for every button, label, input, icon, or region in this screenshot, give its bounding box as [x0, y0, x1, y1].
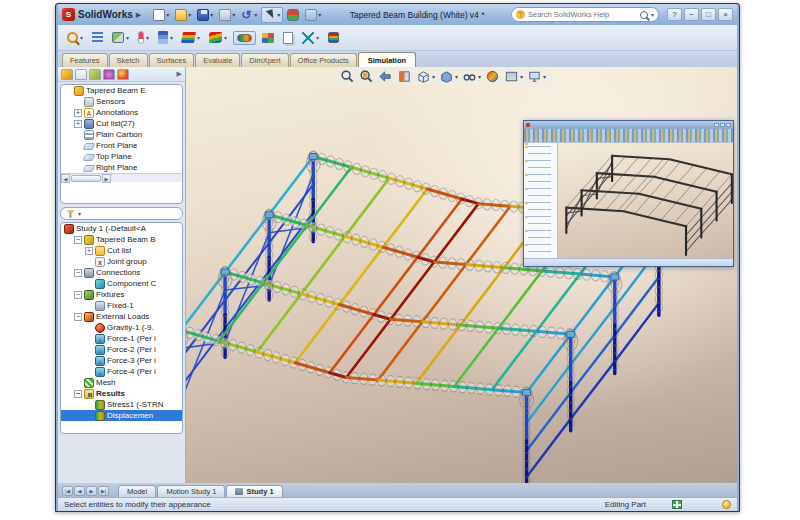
apply-material-button[interactable]: ▾: [109, 30, 132, 45]
tree-item-connections[interactable]: − Connections: [61, 267, 182, 278]
solidworks-logo[interactable]: S SolidWorks ▶: [62, 8, 141, 21]
tree-item-cutlist[interactable]: + Cut list(27): [61, 118, 182, 129]
tree-item-force-3[interactable]: ↓ Force-3 (Per i: [61, 355, 182, 366]
tab-features[interactable]: Features: [62, 53, 108, 67]
configuration-manager-tab-icon[interactable]: [89, 69, 101, 80]
tab-model[interactable]: Model: [118, 485, 156, 497]
tree-item-fixtures[interactable]: − Fixtures: [61, 289, 182, 300]
previous-view-icon[interactable]: [378, 69, 393, 84]
view-orientation-icon[interactable]: ▾: [416, 69, 435, 84]
file-properties-button[interactable]: ▾: [303, 8, 323, 22]
run-study-button[interactable]: ▾: [179, 30, 203, 45]
display-style-icon[interactable]: ▾: [439, 69, 458, 84]
dimxpert-manager-tab-icon[interactable]: [103, 69, 115, 80]
zoom-area-icon[interactable]: [359, 69, 374, 84]
expander-icon[interactable]: +: [74, 109, 82, 117]
undo-button[interactable]: ↺▾: [239, 8, 259, 22]
tree-item-force-1[interactable]: ↓ Force-1 (Per i: [61, 333, 182, 344]
tab-dimxpert[interactable]: DimXpert: [241, 53, 288, 67]
tree-item-mesh[interactable]: Mesh: [61, 377, 182, 388]
study-advisor-button[interactable]: ▾: [64, 30, 86, 45]
tree-item-right-plane[interactable]: Right Plane: [61, 162, 182, 173]
tree-item-material[interactable]: Plain Carbon: [61, 129, 182, 140]
tree-item-annotations[interactable]: +A Annotations: [61, 107, 182, 118]
tree-item-displacement-plot[interactable]: Displacemen: [61, 410, 182, 421]
expander-icon[interactable]: −: [74, 236, 82, 244]
tree-item-force-2[interactable]: ↓ Force-2 (Per i: [61, 344, 182, 355]
search-icon[interactable]: [640, 11, 648, 19]
tree-item-results[interactable]: − Results: [61, 388, 182, 399]
expander-icon[interactable]: −: [74, 313, 82, 321]
tree-item-component-contact[interactable]: Component C: [61, 278, 182, 289]
display-manager-tab-icon[interactable]: [117, 69, 129, 80]
select-button[interactable]: ▾: [261, 7, 283, 23]
scroll-right-icon[interactable]: ▶: [102, 174, 111, 183]
last-tab-icon[interactable]: ▶|: [98, 486, 109, 496]
open-button[interactable]: ▾: [173, 8, 193, 22]
tree-item-front-plane[interactable]: Front Plane: [61, 140, 182, 151]
tree-filter[interactable]: ▾: [60, 207, 183, 220]
tree-item-force-4[interactable]: ↓ Force-4 (Per i: [61, 366, 182, 377]
scrollbar-thumb[interactable]: [71, 175, 101, 182]
minimize-button[interactable]: −: [684, 8, 699, 21]
prev-tab-icon[interactable]: ◀: [74, 486, 85, 496]
next-tab-icon[interactable]: ▶: [86, 486, 97, 496]
quick-tips-icon[interactable]: [722, 500, 731, 509]
tree-item-study-cutlist[interactable]: + Cut list: [61, 245, 182, 256]
print-button[interactable]: ▾: [217, 8, 237, 22]
help-button[interactable]: ?: [667, 8, 682, 21]
scroll-left-icon[interactable]: ◀: [61, 174, 70, 183]
tree-horizontal-scrollbar[interactable]: ◀ ▶: [61, 173, 182, 182]
tree-item-stress-plot[interactable]: Stress1 (-STRN: [61, 399, 182, 410]
section-view-icon[interactable]: [397, 69, 412, 84]
tree-item-external-loads[interactable]: − External Loads: [61, 311, 182, 322]
tab-study-1[interactable]: Study 1: [226, 485, 282, 497]
zoom-fit-icon[interactable]: [340, 69, 355, 84]
tree-item-gravity[interactable]: Gravity-1 (-9.: [61, 322, 182, 333]
plot-tools-button[interactable]: ▾: [299, 30, 322, 46]
rebuild-button[interactable]: [285, 8, 301, 22]
tab-evaluate[interactable]: Evaluate: [195, 53, 240, 67]
tab-office-products[interactable]: Office Products: [290, 53, 357, 67]
expander-icon[interactable]: −: [74, 291, 82, 299]
tab-surfaces[interactable]: Surfaces: [149, 53, 195, 67]
expander-icon[interactable]: −: [74, 390, 82, 398]
design-insight-button[interactable]: [89, 30, 106, 46]
tree-item-fixed[interactable]: Fixed-1: [61, 300, 182, 311]
pip-solidworks-window[interactable]: [523, 120, 734, 267]
first-tab-icon[interactable]: |◀: [62, 486, 73, 496]
search-options-caret[interactable]: ▾: [651, 11, 654, 18]
results-advisor-button[interactable]: ▾: [206, 30, 230, 45]
tree-item-study[interactable]: Study 1 (-Default<A: [61, 223, 182, 234]
expander-icon[interactable]: −: [74, 269, 82, 277]
compare-results-button[interactable]: [259, 31, 277, 45]
menu-expand-icon[interactable]: ▶: [136, 11, 141, 19]
property-manager-tab-icon[interactable]: [75, 69, 87, 80]
tab-motion-study[interactable]: Motion Study 1: [157, 485, 225, 497]
tree-item-top-plane[interactable]: Top Plane: [61, 151, 182, 162]
graphics-viewport[interactable]: ▾ ▾ ▾ ▾ ▾: [186, 67, 737, 483]
tree-item-study-part[interactable]: − Tapered Beam B: [61, 234, 182, 245]
expander-icon[interactable]: +: [85, 247, 93, 255]
include-image-button[interactable]: [325, 30, 342, 45]
tab-sketch[interactable]: Sketch: [109, 53, 148, 67]
close-button[interactable]: ×: [718, 8, 733, 21]
search-input[interactable]: [528, 10, 637, 19]
tree-item-sensors[interactable]: Sensors: [61, 96, 182, 107]
feature-manager-tab-icon[interactable]: [61, 69, 73, 80]
deformed-result-button[interactable]: [233, 31, 256, 45]
tab-simulation[interactable]: Simulation: [358, 52, 416, 67]
apply-scene-icon[interactable]: ▾: [504, 69, 523, 84]
connections-advisor-button[interactable]: ▾: [155, 29, 176, 46]
maximize-button[interactable]: □: [701, 8, 716, 21]
view-settings-icon[interactable]: ▾: [527, 69, 546, 84]
save-button[interactable]: ▾: [195, 8, 215, 22]
panel-tabs-overflow-icon[interactable]: ▶: [177, 70, 182, 78]
expander-icon[interactable]: +: [74, 120, 82, 128]
report-button[interactable]: [280, 30, 296, 46]
tree-item-root[interactable]: Tapered Beam E: [61, 85, 182, 96]
hide-show-items-icon[interactable]: ▾: [462, 69, 481, 84]
edit-appearance-icon[interactable]: [485, 69, 500, 84]
thermal-loads-button[interactable]: ▾: [135, 29, 152, 46]
tree-item-joint-group[interactable]: x Joint group: [61, 256, 182, 267]
